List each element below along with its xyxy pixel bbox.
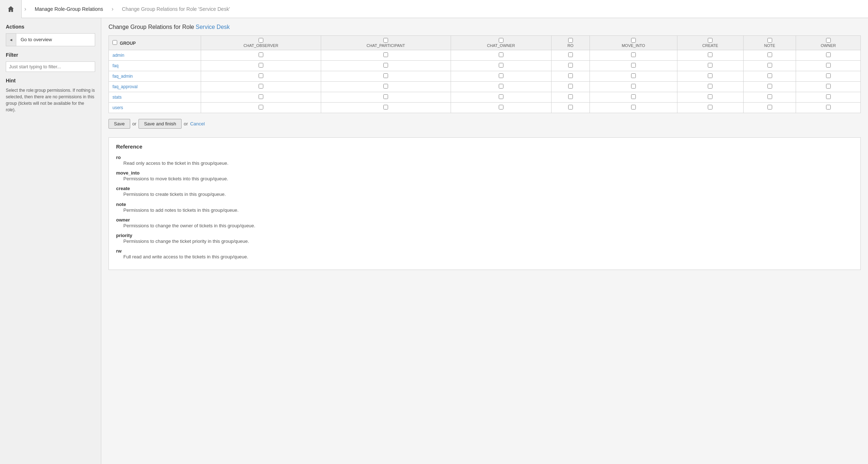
cell-users-chat_observer (201, 103, 321, 113)
checkbox-faq_admin-create[interactable] (708, 73, 712, 78)
breadcrumb-change-group-relations: Change Group Relations for Role 'Service… (116, 6, 236, 12)
breadcrumb-manage-role-group: Manage Role-Group Relations (29, 6, 109, 12)
reference-desc-move_into: Permissions to move tickets into this gr… (123, 176, 853, 182)
action-row: Save or Save and finish or Cancel (109, 119, 861, 129)
checkbox-admin-move_into[interactable] (631, 52, 636, 57)
checkbox-faq-chat_owner[interactable] (499, 63, 503, 68)
select-all-owner[interactable] (826, 38, 831, 43)
col-header-note: NOTE (743, 36, 796, 50)
cell-stats-chat_participant (321, 92, 451, 103)
cell-users-chat_participant (321, 103, 451, 113)
breadcrumb: › Manage Role-Group Relations › Change G… (0, 0, 868, 18)
checkbox-faq-chat_observer[interactable] (259, 63, 263, 68)
checkbox-faq_admin-move_into[interactable] (631, 73, 636, 78)
sidebar: Actions ◄ Go to overview Filter Hint Sel… (0, 18, 101, 464)
save-button[interactable]: Save (109, 119, 130, 129)
group-name-cell: faq_approval (109, 82, 201, 92)
reference-item-rw: rwFull read and write access to the tick… (116, 248, 853, 260)
checkbox-faq_admin-chat_observer[interactable] (259, 73, 263, 78)
cell-faq_admin-ro (551, 71, 590, 82)
checkbox-faq_admin-owner[interactable] (826, 73, 831, 78)
checkbox-stats-chat_owner[interactable] (499, 94, 503, 99)
checkbox-faq_admin-chat_owner[interactable] (499, 73, 503, 78)
checkbox-faq-owner[interactable] (826, 63, 831, 68)
home-button[interactable] (0, 0, 22, 18)
checkbox-users-ro[interactable] (568, 105, 573, 109)
save-and-finish-button[interactable]: Save and finish (139, 119, 182, 129)
checkbox-users-chat_participant[interactable] (383, 105, 388, 109)
select-all-chat-participant[interactable] (383, 38, 388, 43)
cell-faq_admin-move_into (590, 71, 677, 82)
filter-input[interactable] (6, 61, 95, 72)
checkbox-faq_approval-note[interactable] (767, 84, 772, 89)
select-all-ro[interactable] (568, 38, 573, 43)
checkbox-admin-owner[interactable] (826, 52, 831, 57)
checkbox-faq_approval-move_into[interactable] (631, 84, 636, 89)
reference-item-owner: ownerPermissions to change the owner of … (116, 217, 853, 229)
select-all-create[interactable] (708, 38, 712, 43)
go-to-overview-button[interactable]: ◄ Go to overview (6, 33, 95, 46)
checkbox-faq-ro[interactable] (568, 63, 573, 68)
checkbox-stats-chat_observer[interactable] (259, 94, 263, 99)
checkbox-stats-chat_participant[interactable] (383, 94, 388, 99)
select-all-group[interactable] (112, 40, 117, 45)
reference-item-note: notePermissions to add notes to tickets … (116, 202, 853, 214)
cancel-button[interactable]: Cancel (190, 121, 205, 126)
checkbox-admin-create[interactable] (708, 52, 712, 57)
group-link-faq_admin[interactable]: faq_admin (112, 74, 133, 79)
group-link-users[interactable]: users (112, 105, 123, 110)
checkbox-faq_approval-chat_observer[interactable] (259, 84, 263, 89)
select-all-note[interactable] (767, 38, 772, 43)
checkbox-admin-chat_observer[interactable] (259, 52, 263, 57)
group-link-faq[interactable]: faq (112, 63, 119, 68)
cell-faq-owner (796, 61, 861, 71)
main-layout: Actions ◄ Go to overview Filter Hint Sel… (0, 18, 868, 464)
checkbox-faq-create[interactable] (708, 63, 712, 68)
checkbox-faq-move_into[interactable] (631, 63, 636, 68)
checkbox-stats-ro[interactable] (568, 94, 573, 99)
checkbox-faq_admin-ro[interactable] (568, 73, 573, 78)
checkbox-faq_admin-chat_participant[interactable] (383, 73, 388, 78)
checkbox-admin-ro[interactable] (568, 52, 573, 57)
cell-admin-chat_observer (201, 50, 321, 61)
checkbox-faq_admin-note[interactable] (767, 73, 772, 78)
reference-desc-rw: Full read and write access to the ticket… (123, 254, 853, 260)
checkbox-users-chat_owner[interactable] (499, 105, 503, 109)
checkbox-faq_approval-chat_participant[interactable] (383, 84, 388, 89)
checkbox-stats-create[interactable] (708, 94, 712, 99)
checkbox-admin-chat_participant[interactable] (383, 52, 388, 57)
checkbox-faq-chat_participant[interactable] (383, 63, 388, 68)
checkbox-faq_approval-chat_owner[interactable] (499, 84, 503, 89)
select-all-chat-owner[interactable] (499, 38, 503, 43)
reference-item-create: createPermissions to create tickets in t… (116, 186, 853, 198)
group-link-faq_approval[interactable]: faq_approval (112, 84, 137, 89)
checkbox-stats-note[interactable] (767, 94, 772, 99)
reference-desc-create: Permissions to create tickets in this gr… (123, 191, 853, 198)
checkbox-faq_approval-create[interactable] (708, 84, 712, 89)
checkbox-admin-chat_owner[interactable] (499, 52, 503, 57)
checkbox-faq_approval-owner[interactable] (826, 84, 831, 89)
checkbox-faq-note[interactable] (767, 63, 772, 68)
checkbox-users-owner[interactable] (826, 105, 831, 109)
main-content: Change Group Relations for Role Service … (101, 18, 868, 464)
group-link-admin[interactable]: admin (112, 53, 124, 58)
checkbox-users-chat_observer[interactable] (259, 105, 263, 109)
checkbox-users-move_into[interactable] (631, 105, 636, 109)
reference-name-create: create (116, 186, 853, 191)
group-name-cell: stats (109, 92, 201, 103)
checkbox-faq_approval-ro[interactable] (568, 84, 573, 89)
select-all-move-into[interactable] (631, 38, 636, 43)
filter-section: Filter (6, 52, 95, 72)
select-all-chat-observer[interactable] (259, 38, 263, 43)
table-row: faq (109, 61, 861, 71)
group-link-stats[interactable]: stats (112, 95, 122, 100)
checkbox-stats-owner[interactable] (826, 94, 831, 99)
checkbox-admin-note[interactable] (767, 52, 772, 57)
cell-users-create (677, 103, 743, 113)
checkbox-users-create[interactable] (708, 105, 712, 109)
cell-faq_approval-create (677, 82, 743, 92)
role-name-link[interactable]: Service Desk (196, 24, 230, 30)
cell-stats-note (743, 92, 796, 103)
checkbox-users-note[interactable] (767, 105, 772, 109)
checkbox-stats-move_into[interactable] (631, 94, 636, 99)
